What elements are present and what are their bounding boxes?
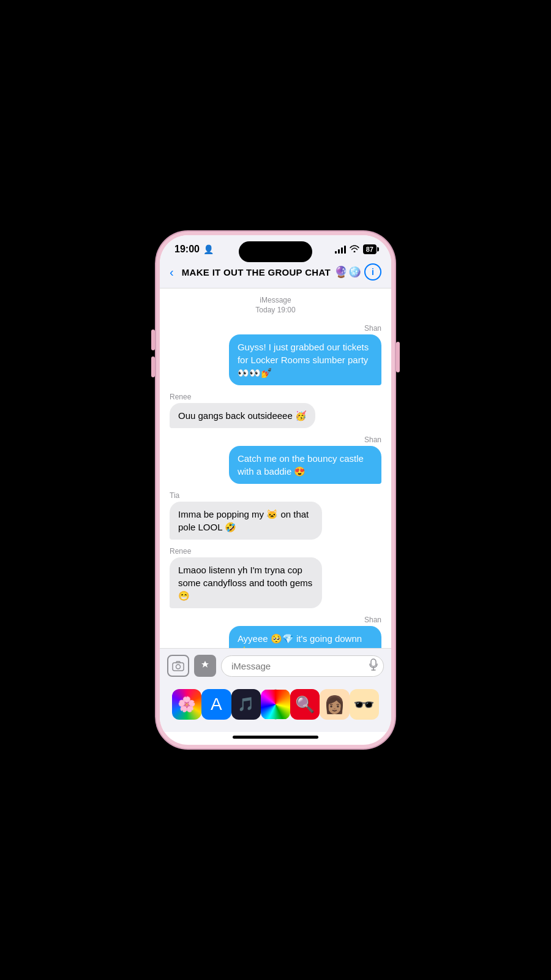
header-emojis: 🔮🪩 — [334, 265, 361, 279]
input-wrapper — [221, 655, 384, 677]
dock: 🌸 A 🎵 — [160, 683, 391, 732]
status-bar: 19:00 👤 87 — [160, 235, 391, 258]
message-bubble: Guyss! I just grabbed our tickets for Lo… — [229, 334, 381, 385]
chat-title: MAKE IT OUT THE GROUP CHAT — [182, 267, 331, 277]
message-bubble: Catch me on the bouncy castle with a bad… — [229, 446, 381, 484]
dock-item-soundcloud[interactable]: 🎵 — [231, 689, 261, 720]
wifi-icon — [350, 245, 359, 254]
status-right: 87 — [335, 244, 377, 254]
input-bar — [160, 648, 391, 683]
message-group: Renee Lmaoo listenn yh I'm tryna cop som… — [170, 547, 381, 608]
info-button[interactable]: i — [364, 263, 381, 281]
sender-name: Renee — [170, 547, 381, 556]
battery-level: 87 — [366, 246, 373, 253]
dock-item-photos[interactable]: 🌸 — [172, 689, 201, 720]
message-group: Tia Imma be popping my 🐱 on that pole LO… — [170, 491, 381, 540]
home-indicator — [233, 736, 318, 739]
message-bubble: Ouu gangs back outsideeee 🥳 — [170, 403, 315, 428]
camera-button[interactable] — [167, 655, 189, 677]
sender-name: Shan — [170, 616, 381, 624]
imessage-label: iMessage — [170, 296, 381, 304]
header-center: MAKE IT OUT THE GROUP CHAT 🔮🪩 — [179, 265, 364, 279]
sender-name: Shan — [170, 324, 381, 333]
dynamic-island — [239, 241, 312, 262]
dock-item-colorwheel[interactable] — [261, 689, 290, 720]
message-group: Shan Ayyeee 🥺💎 it's going downn 🤸 — [170, 616, 381, 648]
message-bubble: Lmaoo listenn yh I'm tryna cop some cand… — [170, 557, 322, 608]
dock-item-memoji1[interactable]: 👩🏽 — [320, 689, 349, 720]
person-icon: 👤 — [203, 244, 214, 254]
dock-item-search[interactable]: 🔍 — [290, 689, 320, 720]
svg-rect-2 — [371, 659, 376, 666]
sender-name: Shan — [170, 435, 381, 444]
message-group: Shan Catch me on the bouncy castle with … — [170, 435, 381, 484]
back-button[interactable]: ‹ — [170, 265, 174, 279]
clock: 19:00 — [174, 244, 200, 255]
status-time: 19:00 👤 — [174, 244, 214, 255]
mic-button[interactable] — [369, 658, 378, 673]
sender-name: Renee — [170, 393, 381, 401]
appstore-button[interactable] — [194, 655, 216, 677]
svg-point-1 — [176, 665, 181, 669]
imessage-time: Today 19:00 — [170, 306, 381, 314]
battery: 87 — [363, 244, 377, 254]
dock-item-memoji2[interactable]: 🕶️ — [350, 689, 379, 720]
sender-name: Tia — [170, 491, 381, 500]
chat-header: ‹ MAKE IT OUT THE GROUP CHAT 🔮🪩 i — [160, 258, 391, 288]
message-bubble: Ayyeee 🥺💎 it's going downn 🤸 — [229, 626, 381, 648]
signal-bars — [335, 245, 346, 254]
message-input[interactable] — [221, 655, 384, 677]
dock-item-appstore[interactable]: A — [201, 689, 231, 720]
svg-rect-0 — [173, 663, 184, 671]
message-group: Renee Ouu gangs back outsideeee 🥳 — [170, 393, 381, 428]
messages-area: iMessage Today 19:00 Shan Guyss! I just … — [160, 288, 391, 648]
message-group: Shan Guyss! I just grabbed our tickets f… — [170, 324, 381, 385]
message-bubble: Imma be popping my 🐱 on that pole LOOL 🤣 — [170, 502, 322, 540]
